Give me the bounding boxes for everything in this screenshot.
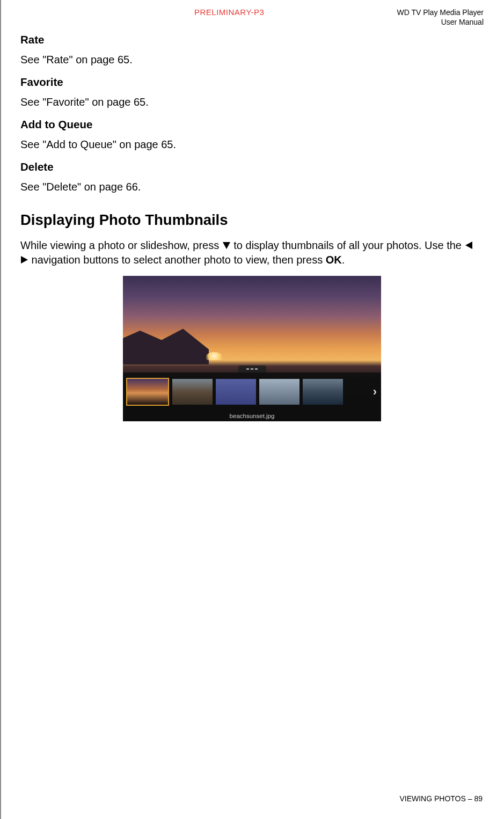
footer-page-number: 89	[474, 794, 483, 803]
sun-glow	[206, 352, 222, 360]
thumbnail-selected	[126, 378, 169, 406]
text-displaying-thumbnails: While viewing a photo or slideshow, pres…	[20, 238, 484, 267]
thumbnail-bar-handle	[238, 365, 266, 372]
thumbnail	[216, 379, 256, 405]
footer-section: VIEWING PHOTOS	[399, 794, 465, 803]
text-rate: See "Rate" on page 65.	[20, 53, 484, 67]
para-part4: .	[342, 254, 345, 266]
chevron-right-icon: ›	[373, 385, 377, 399]
ok-label: OK	[326, 254, 342, 266]
text-delete: See "Delete" on page 66.	[20, 180, 484, 194]
footer-sep: –	[466, 794, 474, 803]
text-favorite: See "Favorite" on page 65.	[20, 95, 484, 109]
doc-type: User Manual	[397, 17, 484, 27]
thumbnail	[172, 379, 213, 405]
thumbnail	[259, 379, 300, 405]
para-part1: While viewing a photo or slideshow, pres…	[20, 239, 222, 251]
right-arrow-icon	[21, 256, 28, 264]
thumbnail-caption: beachsunset.jpg	[123, 411, 381, 421]
text-add-to-queue: See "Add to Queue" on page 65.	[20, 137, 484, 152]
para-part3: navigation buttons to select another pho…	[28, 254, 326, 266]
down-arrow-icon	[223, 242, 230, 249]
mountain-silhouette	[123, 327, 209, 364]
screenshot-container: › beachsunset.jpg	[20, 276, 484, 421]
device-name: WD TV Play Media Player	[397, 8, 484, 17]
heading-delete: Delete	[20, 160, 484, 173]
heading-add-to-queue: Add to Queue	[20, 118, 484, 131]
document-header: WD TV Play Media Player User Manual	[397, 8, 484, 27]
heading-favorite: Favorite	[20, 76, 484, 89]
page-footer: VIEWING PHOTOS – 89	[399, 794, 483, 803]
left-arrow-icon	[465, 242, 472, 249]
heading-rate: Rate	[20, 33, 484, 46]
page-content: Rate See "Rate" on page 65. Favorite See…	[20, 31, 484, 421]
thumbnail	[303, 379, 343, 405]
preliminary-stamp: PRELIMINARY-P3	[194, 8, 264, 17]
photo-viewer-screenshot: › beachsunset.jpg	[123, 276, 381, 421]
para-part2: to display thumbnails of all your photos…	[231, 239, 465, 251]
heading-displaying-thumbnails: Displaying Photo Thumbnails	[20, 211, 484, 229]
thumbnail-bar: ›	[123, 372, 381, 411]
